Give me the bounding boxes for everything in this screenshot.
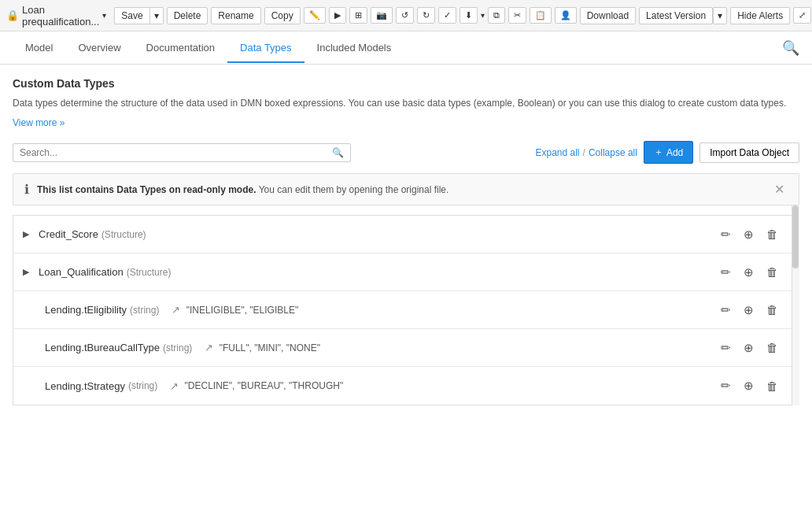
delete-button[interactable]: 🗑 [763,378,781,394]
banner-close-button[interactable]: ✕ [771,182,788,197]
constraint-value: "FULL", "MINI", "NONE" [216,342,320,353]
actions-bar: 🔍 Expand all / Collapse all ＋ Add Import… [13,141,799,164]
type-kind: (string) [128,380,157,391]
chevron-down-icon[interactable]: ▾ [102,11,106,20]
info-banner: ℹ This list contains Data Types on read-… [13,173,799,205]
tab-overview[interactable]: Overview [65,34,133,63]
tab-documentation[interactable]: Documentation [134,34,227,63]
info-text-bold: This list contains Data Types on read-on… [37,184,257,195]
delete-button[interactable]: Delete [167,7,209,24]
snapshot-icon-button[interactable]: 📷 [371,7,393,24]
row-actions: ✏ ⊕ 🗑 [718,226,781,243]
search-icon: 🔍 [332,147,344,158]
section-title: Custom Data Types [13,77,799,90]
undo-icon-button[interactable]: ↺ [396,7,414,24]
download-button[interactable]: Download [580,7,636,24]
type-name: Lending.tStrategy [45,380,125,392]
scrollbar-thumb[interactable] [792,205,799,268]
constraint-icon: ↗ [170,380,179,392]
share-icon-button[interactable]: 👤 [555,7,577,24]
edit-button[interactable]: ✏ [718,339,734,357]
add-child-button[interactable]: ⊕ [740,339,757,357]
redo-icon-button[interactable]: ↻ [417,7,435,24]
table-row: Lending.tStrategy (string) ↗ "DECLINE", … [13,367,799,405]
edit-button[interactable]: ✏ [718,377,734,394]
constraint-value: "INELIGIBLE", "ELIGIBLE" [183,305,298,316]
collapse-all-link[interactable]: Collapse all [589,147,637,158]
add-child-button[interactable]: ⊕ [740,377,757,394]
lock-icon: 🔒 [6,9,19,21]
tab-data-types[interactable]: Data Types [227,34,304,63]
check-icon-button[interactable]: ✓ [438,7,456,24]
data-types-list: ▶ Credit_Score (Structure) ✏ ⊕ 🗑 ▶ Loan_… [13,215,799,405]
save-button-group: Save ▾ [114,7,163,24]
copy-button[interactable]: Copy [264,7,301,24]
add-child-button[interactable]: ⊕ [740,302,757,319]
nav-search-icon[interactable]: 🔍 [782,40,799,56]
grid-icon-button[interactable]: ⊞ [349,7,367,24]
nav-search[interactable]: 🔍 [782,39,799,57]
plus-icon: ＋ [654,146,663,159]
tab-model[interactable]: Model [13,34,65,63]
cut-icon-button[interactable]: ✂ [508,7,526,24]
type-kind: (Structure) [127,267,172,278]
search-box: 🔍 [13,143,351,162]
table-row: ▶ Credit_Score (Structure) ✏ ⊕ 🗑 [13,216,799,253]
toolbar: 🔒 Loan prequalification... ▾ Save ▾ Dele… [0,0,812,31]
type-kind: (string) [163,342,192,353]
table-row: Lending.tBureauCallType (string) ↗ "FULL… [13,329,799,367]
row-actions: ✏ ⊕ 🗑 [718,339,781,357]
expand-icon[interactable]: ▶ [23,267,39,277]
data-types-table: ▶ Credit_Score (Structure) ✏ ⊕ 🗑 ▶ Loan_… [13,205,799,405]
edit-button[interactable]: ✏ [718,264,734,281]
download-arrow-icon-button[interactable]: ⬇ [460,7,478,24]
main-content: Custom Data Types Data types determine t… [0,65,812,418]
pen-icon-button[interactable]: ✏️ [304,7,326,24]
type-kind: (string) [130,305,159,316]
search-input[interactable] [20,147,332,158]
play-icon-button[interactable]: ▶ [329,7,346,24]
type-name: Lending.tBureauCallType [45,342,160,353]
view-more-link[interactable]: View more » [13,117,65,128]
table-row: Lending.tEligibility (string) ↗ "INELIGI… [13,291,799,329]
delete-button[interactable]: 🗑 [763,226,781,242]
section-description: Data types determine the structure of th… [13,96,799,110]
import-data-object-button[interactable]: Import Data Object [699,142,799,163]
delete-button[interactable]: 🗑 [763,264,781,280]
latest-version-group: Latest Version ▾ [639,7,727,24]
add-child-button[interactable]: ⊕ [740,264,757,281]
table-row: ▶ Loan_Qualification (Structure) ✏ ⊕ 🗑 [13,253,799,291]
type-name: Loan_Qualification [39,266,124,278]
info-text: This list contains Data Types on read-on… [37,184,763,195]
add-label: Add [666,147,683,158]
add-button[interactable]: ＋ Add [644,141,693,164]
expand-collapse-controls: Expand all / Collapse all [535,147,637,158]
scrollbar-track[interactable] [792,205,799,405]
toolbar-title: Loan prequalification... ▾ [22,4,106,28]
tab-included-models[interactable]: Included Models [304,34,404,63]
expand-window-button[interactable]: ⤢ [793,7,811,24]
file-title: Loan prequalification... [22,4,99,28]
delete-button[interactable]: 🗑 [763,339,781,356]
expand-icon[interactable]: ▶ [23,229,39,239]
constraint-value: "DECLINE", "BUREAU", "THROUGH" [182,380,343,391]
latest-version-button[interactable]: Latest Version [639,7,713,24]
constraint-icon: ↗ [205,342,213,353]
save-button[interactable]: Save [114,7,149,24]
edit-button[interactable]: ✏ [718,302,734,319]
hide-alerts-button[interactable]: Hide Alerts [730,7,790,24]
row-actions: ✏ ⊕ 🗑 [718,302,781,319]
save-dropdown-button[interactable]: ▾ [149,7,164,24]
delete-button[interactable]: 🗑 [763,302,781,318]
add-child-button[interactable]: ⊕ [740,226,757,243]
type-name: Credit_Score [39,228,98,240]
expand-all-link[interactable]: Expand all [535,147,579,158]
info-icon: ℹ [24,182,29,197]
latest-version-dropdown[interactable]: ▾ [713,7,727,24]
paste-icon-button[interactable]: 📋 [530,7,552,24]
rename-button[interactable]: Rename [211,7,260,24]
edit-button[interactable]: ✏ [718,226,734,243]
row-actions: ✏ ⊕ 🗑 [718,377,781,394]
type-kind: (Structure) [102,229,146,240]
copy2-icon-button[interactable]: ⧉ [488,7,505,24]
